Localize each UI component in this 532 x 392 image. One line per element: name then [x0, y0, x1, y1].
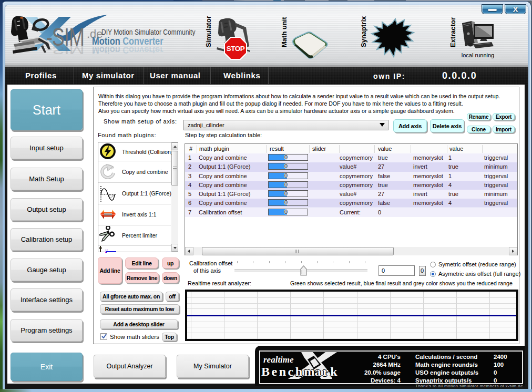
svg-text:STOP: STOP: [227, 45, 245, 53]
